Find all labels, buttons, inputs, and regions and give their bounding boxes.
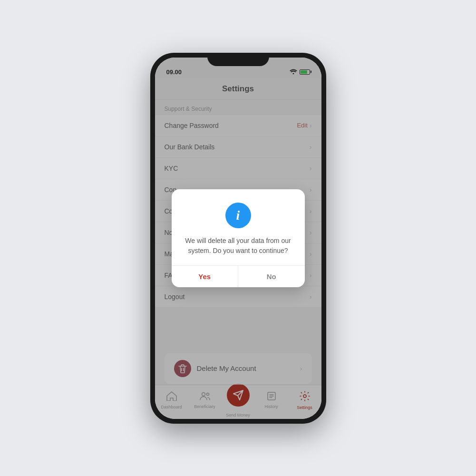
notch <box>207 53 269 66</box>
modal-box: i We will delete all your data from our … <box>172 189 305 287</box>
modal-no-button[interactable]: No <box>238 266 305 287</box>
modal-body: i We will delete all your data from our … <box>172 189 305 265</box>
modal-yes-button[interactable]: Yes <box>172 266 239 287</box>
modal-message: We will delete all your data from our sy… <box>183 236 293 256</box>
modal-actions: Yes No <box>172 265 305 287</box>
modal-icon-circle: i <box>225 203 251 228</box>
phone-frame: 09.00 Settings Support <box>150 53 326 424</box>
info-icon: i <box>236 209 240 222</box>
modal-overlay: i We will delete all your data from our … <box>155 58 321 419</box>
phone-screen: 09.00 Settings Support <box>155 58 321 419</box>
